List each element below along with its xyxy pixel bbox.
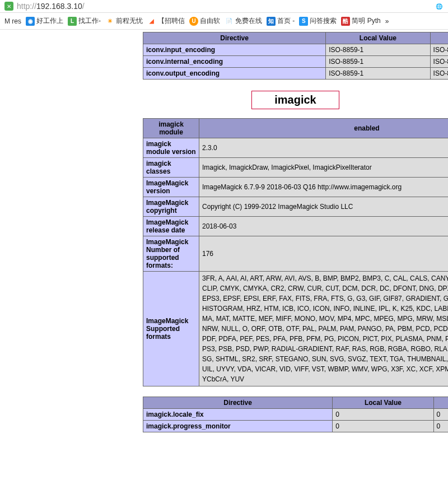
- url-bar[interactable]: http://192.168.3.10/: [17, 2, 431, 11]
- directive-name: iconv.internal_encoding: [143, 56, 326, 68]
- local-value: ISO-8859-1: [326, 68, 430, 80]
- col-directive: Directive: [143, 32, 326, 44]
- url-protocol: http://: [17, 2, 36, 11]
- table-row: iconv.input_encoding ISO-8859-1 ISO-8859…: [143, 44, 449, 56]
- col-master-value: Master Valu: [430, 32, 448, 44]
- table-row: ImageMagick version ImageMagick 6.7.9-9 …: [143, 178, 449, 197]
- bookmark-item[interactable]: U 自由软: [189, 16, 220, 26]
- bookmark-item[interactable]: 酷 简明 Pyth: [341, 16, 380, 26]
- master-value: 0: [433, 421, 448, 432]
- browser-address-bar: ✕ http://192.168.3.10/ 🌐: [0, 0, 448, 13]
- letter-icon: 酷: [341, 17, 350, 26]
- directive-name: iconv.input_encoding: [143, 44, 326, 56]
- directive-name: imagick.locale_fix: [143, 409, 333, 421]
- directive-name: iconv.output_encoding: [143, 68, 326, 80]
- table-row: ImageMagick copyright Copyright (C) 1999…: [143, 197, 449, 217]
- letter-icon: L: [68, 17, 77, 26]
- fire-icon: ◢: [147, 17, 156, 26]
- url-host: 192.168.3.10: [36, 2, 82, 11]
- table-row: iconv.internal_encoding ISO-8859-1 ISO-8…: [143, 56, 449, 68]
- table-row: imagick.locale_fix 0 0: [143, 409, 449, 421]
- table-header-row: Directive Local Value Master Valu: [143, 32, 449, 44]
- row-key: ImageMagick copyright: [143, 197, 199, 217]
- table-row: imagick classes Imagick, ImagickDraw, Im…: [143, 158, 449, 178]
- bookmark-item[interactable]: ☀ 前程无忧: [105, 16, 143, 26]
- local-value: 0: [333, 421, 433, 432]
- directive-name: imagick.progress_monitor: [143, 421, 333, 432]
- row-val: Imagick, ImagickDraw, ImagickPixel, Imag…: [199, 158, 448, 178]
- row-key: imagick module version: [143, 138, 199, 158]
- row-key: imagick classes: [143, 158, 199, 178]
- local-value: 0: [333, 409, 433, 421]
- master-value: 0: [433, 409, 448, 421]
- section-title: imagick: [251, 91, 339, 109]
- table-row: imagick module version 2.3.0: [143, 138, 449, 158]
- letter-icon: S: [299, 17, 308, 26]
- bookmark-overflow[interactable]: »: [385, 17, 389, 25]
- table-row: ImageMagick Supported formats 3FR, A, AA…: [143, 272, 449, 386]
- col-local-value: Local Value: [333, 397, 433, 409]
- bookmark-item[interactable]: ◢ 【招聘信: [147, 16, 185, 26]
- table-row: ImageMagick release date 2018-06-03: [143, 217, 449, 236]
- globe-icon: ◉: [26, 17, 35, 26]
- sun-icon: ☀: [105, 17, 114, 26]
- local-value: ISO-8859-1: [326, 56, 430, 68]
- letter-icon: 知: [267, 17, 276, 26]
- row-val: ImageMagick 6.7.9-9 2018-06-03 Q16 http:…: [199, 178, 448, 197]
- bookmark-item[interactable]: S 问答搜索: [299, 16, 337, 26]
- iconv-directives-table: Directive Local Value Master Valu iconv.…: [143, 32, 448, 80]
- table-row: ImageMagick Number of supported formats:…: [143, 236, 449, 272]
- row-val: 176: [199, 236, 448, 272]
- col-master-value: Master Valu: [433, 397, 448, 409]
- local-value: ISO-8859-1: [326, 44, 430, 56]
- master-value: ISO-8859-1: [430, 44, 448, 56]
- imagick-directives-table: Directive Local Value Master Valu imagic…: [143, 397, 448, 432]
- url-path: /: [82, 2, 85, 11]
- row-val: Copyright (C) 1999-2012 ImageMagick Stud…: [199, 197, 448, 217]
- bookmarks-bar: M res ◉ 好工作上 L 找工作- ☀ 前程无忧 ◢ 【招聘信 U 自由软 …: [0, 13, 448, 30]
- col-enabled: enabled: [199, 119, 448, 138]
- row-val: 2018-06-03: [199, 217, 448, 236]
- master-value: ISO-8859-1: [430, 56, 448, 68]
- browser-icon: ✕: [4, 2, 13, 11]
- page-icon: 📄: [225, 17, 234, 26]
- table-row: imagick.progress_monitor 0 0: [143, 421, 449, 432]
- supported-formats: 3FR, A, AAI, AI, ART, ARW, AVI, AVS, B, …: [199, 272, 448, 386]
- table-row: iconv.output_encoding ISO-8859-1 ISO-885…: [143, 68, 449, 80]
- site-icon[interactable]: 🌐: [435, 2, 444, 11]
- col-local-value: Local Value: [326, 32, 430, 44]
- col-directive: Directive: [143, 397, 333, 409]
- bookmark-item[interactable]: ◉ 好工作上: [26, 16, 63, 26]
- bookmark-item[interactable]: 知 首页 -: [267, 16, 295, 26]
- row-key: ImageMagick version: [143, 178, 199, 197]
- circle-icon: U: [189, 17, 198, 26]
- table-header-row: Directive Local Value Master Valu: [143, 397, 449, 409]
- bookmark-item[interactable]: L 找工作-: [68, 16, 101, 26]
- imagick-module-table: imagick module enabled imagick module ve…: [143, 118, 448, 386]
- master-value: ISO-8859-1: [430, 68, 448, 80]
- bookmark-item[interactable]: M res: [4, 17, 21, 25]
- row-key: ImageMagick Supported formats: [143, 272, 199, 386]
- bookmark-item[interactable]: 📄 免费在线: [225, 16, 262, 26]
- table-header-row: imagick module enabled: [143, 119, 449, 138]
- page-content: Directive Local Value Master Valu iconv.…: [0, 30, 448, 432]
- row-key: ImageMagick Number of supported formats:: [143, 236, 199, 272]
- row-val: 2.3.0: [199, 138, 448, 158]
- row-key: ImageMagick release date: [143, 217, 199, 236]
- section-title-wrapper: imagick: [143, 91, 448, 109]
- col-module: imagick module: [143, 119, 199, 138]
